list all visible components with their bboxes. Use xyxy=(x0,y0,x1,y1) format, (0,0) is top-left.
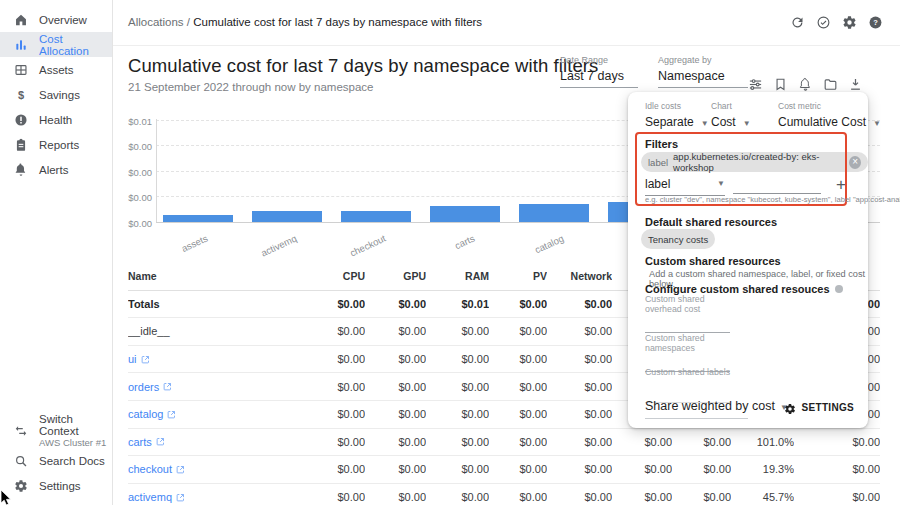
tenancy-costs-chip[interactable]: Tenancy costs xyxy=(641,229,715,249)
namespace-link[interactable]: catalog xyxy=(128,408,176,420)
tune-icon[interactable] xyxy=(748,77,763,92)
filter-type-select[interactable]: label▼ xyxy=(645,177,725,196)
bar-checkout[interactable] xyxy=(341,211,411,222)
column-header-network[interactable]: Network xyxy=(547,270,612,282)
default-shared-heading: Default shared resources xyxy=(645,216,777,228)
date-range-value[interactable]: Last 7 days xyxy=(560,69,638,88)
column-header-name[interactable]: Name xyxy=(128,270,318,282)
sidebar-item-switch-context[interactable]: Switch ContextAWS Cluster #1 xyxy=(0,414,112,448)
cell-value: $0.00 xyxy=(794,463,880,475)
cell-value: $0.00 xyxy=(489,325,547,337)
page-title: Cumulative cost for last 7 days by names… xyxy=(128,55,598,77)
info-icon xyxy=(835,285,843,293)
chevron-down-icon: ▼ xyxy=(873,119,881,128)
cell-value: $0.00 xyxy=(794,491,880,503)
download-icon[interactable] xyxy=(848,77,863,92)
gear-icon xyxy=(784,401,796,413)
bar-catalog[interactable] xyxy=(519,204,589,222)
sidebar-item-alerts[interactable]: Alerts xyxy=(0,157,112,182)
cell-value: $0.00 xyxy=(365,298,426,310)
aggregate-by-select[interactable]: Aggregate by Namespace xyxy=(658,55,748,88)
refresh-icon[interactable] xyxy=(789,14,805,30)
panel-select-idle-costs[interactable]: Idle costsSeparate▼ xyxy=(645,101,700,129)
cell-value: $0.00 xyxy=(365,353,426,365)
namespace-link[interactable]: orders xyxy=(128,381,172,393)
cell-value: $0.00 xyxy=(365,325,426,337)
app-root: OverviewCost AllocationAssets$SavingsHea… xyxy=(0,0,900,505)
column-header-gpu[interactable]: GPU xyxy=(365,270,426,282)
sidebar-item-overview[interactable]: Overview xyxy=(0,7,112,32)
assets-grid-icon xyxy=(13,62,28,77)
remove-filter-icon[interactable]: × xyxy=(849,156,861,169)
cell-value: $0.00 xyxy=(426,325,489,337)
switch-context-icon xyxy=(13,424,28,439)
bar-carts[interactable] xyxy=(430,206,500,222)
table-row-carts: carts$0.00$0.00$0.00$0.00$0.00$0.00$0.00… xyxy=(128,429,880,457)
cell-value: $0.00 xyxy=(672,463,731,475)
aggregate-by-value[interactable]: Namespace xyxy=(658,69,748,88)
share-weighted-select[interactable]: Share weighted by cost▼ xyxy=(645,399,748,419)
cell-value: $0.00 xyxy=(489,298,547,310)
sidebar-item-savings[interactable]: $Savings xyxy=(0,82,112,107)
sidebar-item-reports[interactable]: Reports xyxy=(0,132,112,157)
sidebar-item-label: Assets xyxy=(39,64,74,76)
cell-value: $0.00 xyxy=(426,436,489,448)
date-range-select[interactable]: Date Range Last 7 days xyxy=(560,55,638,88)
cell-value: $0.00 xyxy=(365,436,426,448)
cell-value: $0.00 xyxy=(612,491,672,503)
breadcrumb-allocations[interactable]: Allocations xyxy=(128,16,184,28)
gear-icon[interactable] xyxy=(841,14,857,30)
column-header-cpu[interactable]: CPU xyxy=(318,270,365,282)
custom-shared-overhead-input[interactable] xyxy=(645,319,730,333)
cell-value: $0.00 xyxy=(489,353,547,365)
sidebar-item-label: Savings xyxy=(39,89,80,101)
namespace-link[interactable]: checkout xyxy=(128,463,185,475)
cell-value: $0.00 xyxy=(318,325,365,337)
namespace-link[interactable]: activemq xyxy=(128,491,185,503)
folder-icon[interactable] xyxy=(823,77,838,92)
cell-value: 101.0% xyxy=(731,436,794,448)
add-filter-button[interactable]: + xyxy=(833,175,849,195)
x-axis-tick-label: assets xyxy=(180,233,210,255)
bar-activemq[interactable] xyxy=(252,211,322,222)
cell-value: $0.00 xyxy=(365,491,426,503)
panel-settings-button[interactable]: SETTINGS xyxy=(784,401,854,413)
breadcrumb: Allocations / Cumulative cost for last 7… xyxy=(128,16,482,28)
filter-hint: e.g. cluster "dev", namespace "kubecost,… xyxy=(645,195,900,204)
sidebar-item-search-docs[interactable]: Search Docs xyxy=(0,448,112,473)
help-icon[interactable]: ? xyxy=(867,14,883,30)
filter-type-value: label xyxy=(645,177,670,191)
aggregate-by-label: Aggregate by xyxy=(658,55,748,65)
panel-select-chart[interactable]: ChartCost▼ xyxy=(711,101,767,129)
chevron-down-icon: ▼ xyxy=(717,179,725,188)
column-header-pv[interactable]: PV xyxy=(489,270,547,282)
external-link-icon xyxy=(167,410,176,419)
column-header-ram[interactable]: RAM xyxy=(426,270,489,282)
sidebar-item-cost-allocation[interactable]: Cost Allocation xyxy=(0,32,112,57)
cell-value: $0.00 xyxy=(547,436,612,448)
bar-assets[interactable] xyxy=(163,215,233,222)
panel-select-cost-metric[interactable]: Cost metricCumulative Cost▼ xyxy=(778,101,854,129)
custom-shared-heading: Custom shared resources xyxy=(645,255,781,267)
y-axis-tick-label: $0.01 xyxy=(128,116,152,127)
cell-value: $0.00 xyxy=(489,381,547,393)
cell-value: $0.00 xyxy=(426,408,489,420)
row-name: Totals xyxy=(128,298,318,310)
cell-value: 19.3% xyxy=(731,463,794,475)
sidebar-item-health[interactable]: Health xyxy=(0,107,112,132)
check-circle-icon[interactable] xyxy=(815,14,831,30)
x-axis-tick-label: carts xyxy=(453,233,476,252)
sidebar-item-label: Switch ContextAWS Cluster #1 xyxy=(39,413,112,449)
bookmark-icon[interactable] xyxy=(773,77,788,92)
sidebar-item-settings[interactable]: Settings xyxy=(0,473,112,498)
x-axis-tick-label: catalog xyxy=(533,233,565,256)
namespace-link[interactable]: ui xyxy=(128,353,150,365)
cell-value: $0.00 xyxy=(612,436,672,448)
bell-icon[interactable] xyxy=(798,77,813,92)
sidebar-item-assets[interactable]: Assets xyxy=(0,57,112,82)
filter-value-input[interactable] xyxy=(733,177,821,194)
namespace-link[interactable]: carts xyxy=(128,436,165,448)
row-name: __idle__ xyxy=(128,325,318,337)
custom-shared-labels-field: Custom shared labels xyxy=(645,368,765,403)
allocation-chart-icon xyxy=(13,37,28,52)
